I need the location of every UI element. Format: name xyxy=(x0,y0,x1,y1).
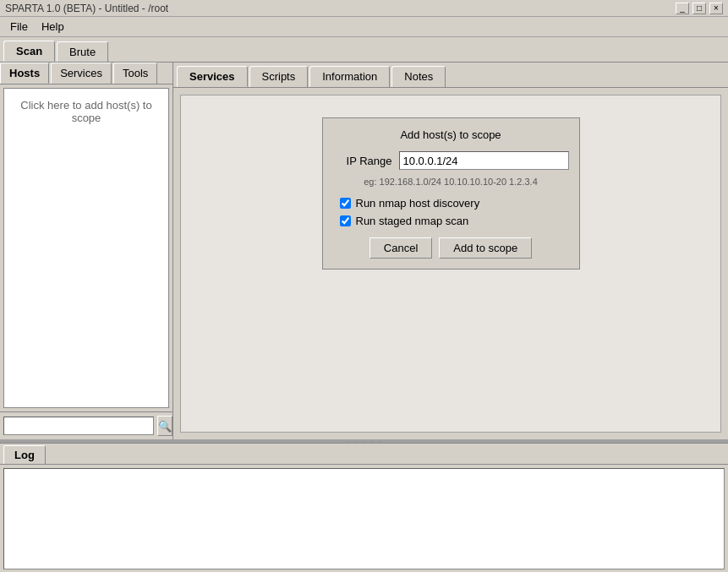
menu-file[interactable]: File xyxy=(3,19,35,35)
dialog-title: Add host(s) to scope xyxy=(333,128,569,141)
nmap-host-discovery-checkbox[interactable] xyxy=(340,198,351,209)
tab-brute[interactable]: Brute xyxy=(57,41,108,62)
left-tabs: Hosts Services Tools xyxy=(0,63,172,84)
log-tab[interactable]: Log xyxy=(3,445,46,464)
left-tab-hosts[interactable]: Hosts xyxy=(0,63,49,84)
right-tabs: Services Scripts Information Notes xyxy=(173,63,728,88)
ip-range-row: IP Range xyxy=(333,151,569,170)
right-tab-services[interactable]: Services xyxy=(177,66,248,87)
nmap-host-discovery-label: Run nmap host discovery xyxy=(356,197,480,210)
right-panel: Services Scripts Information Notes Add h… xyxy=(173,63,728,439)
log-tabs: Log xyxy=(0,444,728,465)
log-section: Log xyxy=(0,443,728,572)
search-input[interactable] xyxy=(3,417,154,435)
menu-help[interactable]: Help xyxy=(35,19,71,35)
right-tab-notes[interactable]: Notes xyxy=(391,66,446,87)
ip-range-input[interactable] xyxy=(399,151,569,170)
staged-nmap-scan-label: Run staged nmap scan xyxy=(356,215,469,227)
right-tab-information[interactable]: Information xyxy=(309,66,390,87)
ip-range-label: IP Range xyxy=(333,155,392,167)
left-panel: Hosts Services Tools Click here to add h… xyxy=(0,63,173,439)
menu-bar: File Help xyxy=(0,17,728,37)
tab-scan[interactable]: Scan xyxy=(3,41,55,62)
cancel-button[interactable]: Cancel xyxy=(369,237,432,259)
title-bar-text: SPARTA 1.0 (BETA) - Untitled - /root xyxy=(5,3,168,14)
inner-panel: Add host(s) to scope IP Range eg: 192.16… xyxy=(180,95,721,433)
right-tab-scripts[interactable]: Scripts xyxy=(249,66,309,87)
add-hosts-dialog: Add host(s) to scope IP Range eg: 192.16… xyxy=(322,117,580,270)
hint-text: eg: 192.168.1.0/24 10.10.10.10-20 1.2.3.… xyxy=(333,177,569,187)
left-panel-footer: 🔍 ⚙ xyxy=(0,411,172,439)
divider-indicator: · · · · · xyxy=(346,437,382,446)
maximize-button[interactable]: □ xyxy=(692,3,706,14)
hosts-list: Click here to add host(s) to scope xyxy=(3,88,169,408)
add-to-scope-button[interactable]: Add to scope xyxy=(439,237,532,259)
title-bar: SPARTA 1.0 (BETA) - Untitled - /root _ □… xyxy=(0,0,728,17)
search-button[interactable]: 🔍 xyxy=(157,416,172,436)
left-tab-tools[interactable]: Tools xyxy=(113,63,157,84)
minimize-button[interactable]: _ xyxy=(676,3,689,14)
left-tab-services[interactable]: Services xyxy=(51,63,112,84)
dialog-buttons: Cancel Add to scope xyxy=(333,237,569,259)
nmap-host-discovery-row: Run nmap host discovery xyxy=(333,197,569,210)
right-panel-content: Add host(s) to scope IP Range eg: 192.16… xyxy=(173,88,728,439)
hosts-placeholder[interactable]: Click here to add host(s) to scope xyxy=(8,92,165,131)
title-bar-controls: _ □ × xyxy=(676,3,723,14)
main-content: Hosts Services Tools Click here to add h… xyxy=(0,62,728,439)
log-content xyxy=(3,468,725,569)
close-button[interactable]: × xyxy=(709,3,723,14)
staged-nmap-scan-checkbox[interactable] xyxy=(340,215,351,226)
staged-scan-row: Run staged nmap scan xyxy=(333,215,569,227)
main-toolbar: Scan Brute xyxy=(0,37,728,62)
search-icon: 🔍 xyxy=(158,420,172,433)
